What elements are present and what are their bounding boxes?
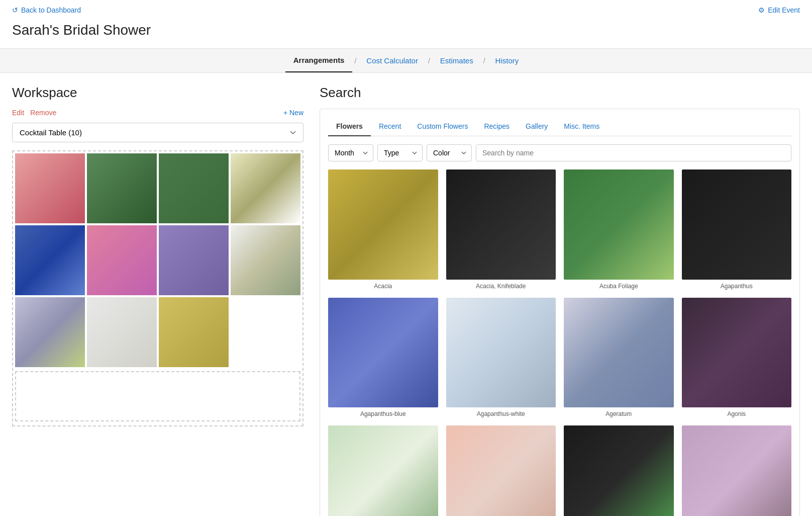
page-title: Sarah's Bridal Shower (0, 20, 812, 48)
result-label: Agapanthus (721, 283, 753, 290)
results-grid: AcaciaAcacia, KnifebladeAcuba FoliageAga… (328, 169, 791, 516)
result-item[interactable]: Acacia (328, 169, 438, 290)
workspace-flower-9[interactable] (15, 297, 85, 367)
result-item[interactable]: Akito Rose (328, 425, 438, 516)
main-content: Workspace Edit Remove + New Cocktail Tab… (0, 73, 812, 516)
workspace-flower-empty-1 (231, 297, 300, 367)
type-filter-select[interactable]: Type (377, 144, 423, 161)
remove-workspace-link[interactable]: Remove (30, 109, 56, 117)
search-container: Flowers Recent Custom Flowers Recipes Ga… (320, 109, 800, 516)
filter-row: Month Type Color (328, 144, 791, 161)
tab-arrangements[interactable]: Arrangements (285, 49, 353, 72)
search-tab-recent[interactable]: Recent (371, 117, 409, 136)
result-img-container (446, 169, 556, 280)
flower-preview (446, 169, 556, 280)
flower-preview (564, 169, 674, 280)
search-tab-flowers[interactable]: Flowers (328, 117, 371, 136)
search-tab-misc-items[interactable]: Misc. Items (556, 117, 607, 136)
result-item[interactable]: Acuba Foliage (564, 169, 674, 290)
flower-preview (564, 425, 674, 516)
result-img-container (682, 298, 792, 408)
result-item[interactable]: Agapanthus-blue (328, 298, 438, 418)
result-label: Ageratum (605, 410, 632, 417)
result-img-container (564, 169, 674, 280)
result-item[interactable]: Ageratum (564, 298, 674, 418)
tab-history[interactable]: History (487, 49, 527, 72)
flower-preview (446, 425, 556, 516)
result-img-container (328, 425, 438, 516)
workspace-flower-4[interactable] (231, 153, 300, 223)
workspace-flower-3[interactable] (159, 153, 229, 223)
tab-separator-3: / (481, 57, 487, 65)
result-img-container (446, 425, 556, 516)
result-item[interactable]: Agapanthus-white (446, 298, 556, 418)
flower-preview (446, 298, 556, 408)
workspace-flower-11[interactable] (159, 297, 229, 367)
workspace-drop-zone[interactable] (15, 371, 300, 421)
result-item[interactable]: Allium, Bullit (564, 425, 674, 516)
edit-workspace-link[interactable]: Edit (12, 109, 24, 117)
flower-preview (682, 169, 792, 280)
search-tab-recipes[interactable]: Recipes (476, 117, 518, 136)
tab-separator-2: / (426, 57, 432, 65)
result-item[interactable]: Agapanthus (682, 169, 792, 290)
edit-event-label: Edit Event (768, 6, 800, 14)
workspace-flower-5[interactable] (15, 225, 85, 295)
new-workspace-link[interactable]: + New (283, 109, 303, 117)
flower-preview (328, 425, 438, 516)
gear-icon: ⚙ (758, 6, 765, 14)
workspace-actions-left: Edit Remove (12, 109, 56, 117)
result-label: Acuba Foliage (599, 283, 638, 290)
result-label: Agonis (727, 410, 746, 417)
top-bar: ↺ Back to Dashboard ⚙ Edit Event (0, 0, 812, 20)
tab-separator-1: / (352, 57, 358, 65)
workspace-flower-grid (12, 150, 303, 426)
tab-estimates[interactable]: Estimates (432, 49, 481, 72)
search-tabs: Flowers Recent Custom Flowers Recipes Ga… (328, 117, 791, 136)
workspace-title: Workspace (12, 85, 303, 101)
workspace-flower-1[interactable] (15, 153, 85, 223)
result-label: Acacia, Knifeblade (476, 283, 526, 290)
result-item[interactable]: Agonis (682, 298, 792, 418)
result-img-container (682, 169, 792, 280)
result-img-container (564, 425, 674, 516)
result-img-container (328, 298, 438, 408)
edit-event-link[interactable]: ⚙ Edit Event (758, 6, 800, 14)
back-to-dashboard-link[interactable]: ↺ Back to Dashboard (12, 6, 81, 14)
arrow-left-icon: ↺ (12, 6, 18, 14)
flower-preview (682, 425, 792, 516)
tab-cost-calculator[interactable]: Cost Calculator (358, 49, 426, 72)
search-name-input[interactable] (476, 144, 791, 161)
flower-preview (682, 298, 792, 408)
search-tab-custom-flowers[interactable]: Custom Flowers (409, 117, 476, 136)
result-img-container (328, 169, 438, 280)
result-img-container (446, 298, 556, 408)
search-tab-gallery[interactable]: Gallery (518, 117, 556, 136)
result-item[interactable]: Allium, Drumstick (682, 425, 792, 516)
workspace-flower-10[interactable] (87, 297, 157, 367)
tab-navigation: Arrangements / Cost Calculator / Estimat… (0, 48, 812, 73)
result-img-container (682, 425, 792, 516)
result-item[interactable]: Alex Rose (446, 425, 556, 516)
color-filter-select[interactable]: Color (427, 144, 472, 161)
arrangement-select[interactable]: Cocktail Table (10) (12, 123, 303, 142)
result-label: Agapanthus-white (477, 410, 525, 417)
workspace-section: Workspace Edit Remove + New Cocktail Tab… (12, 85, 303, 516)
back-label: Back to Dashboard (21, 6, 81, 14)
workspace-flower-6[interactable] (87, 225, 157, 295)
flower-preview (328, 298, 438, 408)
flower-preview (564, 298, 674, 408)
workspace-flower-7[interactable] (159, 225, 229, 295)
search-title: Search (320, 85, 800, 101)
workspace-flower-2[interactable] (87, 153, 157, 223)
month-filter-select[interactable]: Month (328, 144, 373, 161)
result-img-container (564, 298, 674, 408)
result-label: Agapanthus-blue (360, 410, 406, 417)
search-section: Search Flowers Recent Custom Flowers Rec… (320, 85, 800, 516)
result-item[interactable]: Acacia, Knifeblade (446, 169, 556, 290)
result-label: Acacia (374, 283, 392, 290)
workspace-actions: Edit Remove + New (12, 109, 303, 117)
flower-preview (328, 169, 438, 280)
workspace-flower-8[interactable] (231, 225, 300, 295)
